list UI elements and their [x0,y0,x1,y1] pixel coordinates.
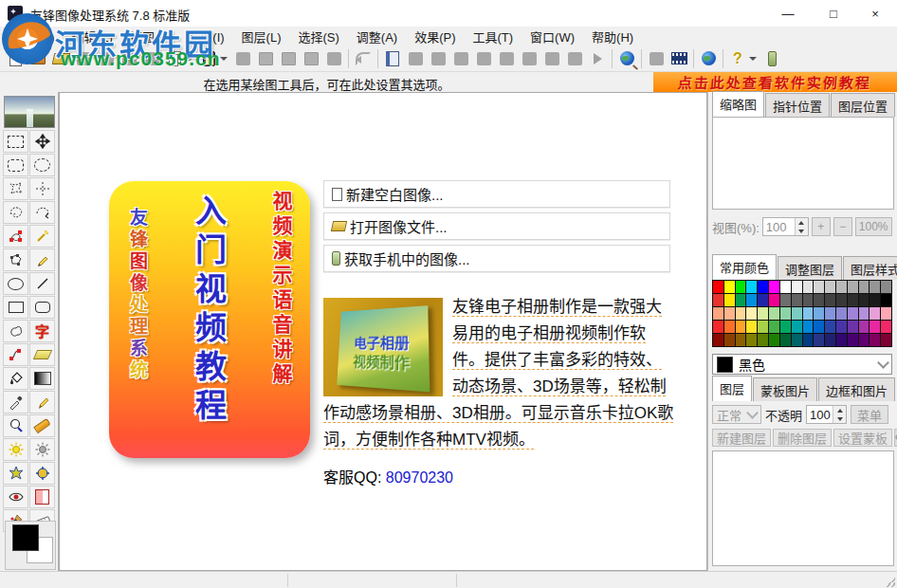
palette-swatch[interactable] [792,334,802,346]
tool-eyedropper[interactable] [3,391,28,413]
rename-button[interactable] [472,47,495,70]
foreground-color-swatch[interactable] [12,524,39,551]
palette-swatch[interactable] [870,281,880,293]
minimize-button[interactable]: — [766,0,810,27]
menu-effects[interactable]: 效果(P) [406,27,464,46]
tool-line[interactable] [29,272,55,295]
tool-rounded-rect-shape[interactable] [29,296,55,319]
selection-transform-button[interactable] [300,47,322,70]
tool-node-edit[interactable] [3,248,28,271]
tool-magnetic-lasso[interactable] [29,201,55,224]
palette-swatch[interactable] [859,307,870,320]
tab-layers[interactable]: 图层 [712,376,752,401]
undo-button[interactable] [352,47,375,70]
palette-swatch[interactable] [870,321,880,333]
set-mask-button[interactable]: 设置蒙板 [833,429,892,447]
menu-file[interactable]: 文件(F) [6,27,64,46]
copy-button[interactable] [163,47,186,70]
tool-lighten[interactable] [3,438,28,461]
palette-swatch[interactable] [792,294,802,306]
palette-swatch[interactable] [859,281,870,293]
tool-fill[interactable] [3,367,28,390]
palette-swatch[interactable] [814,307,824,320]
tool-eraser[interactable] [29,343,55,366]
palette-swatch[interactable] [724,334,735,346]
palette-swatch[interactable] [881,334,891,346]
tool-blur[interactable] [29,462,55,485]
palette-swatch[interactable] [736,334,746,346]
text-tool-button[interactable] [540,47,563,70]
palette-swatch[interactable] [859,321,870,333]
palette-swatch[interactable] [769,321,779,333]
menu-tools[interactable]: 工具(T) [465,27,522,46]
menu-window[interactable]: 窗口(W) [522,27,583,46]
palette-swatch[interactable] [792,281,802,293]
tool-curve[interactable] [3,343,28,366]
album-ad-block[interactable]: 电子相册 视频制作 友锋电子相册制作是一款强大易用的电子相册视频制作软件。提供了… [323,294,676,453]
palette-swatch[interactable] [769,307,779,320]
tab-thumbnail[interactable]: 缩略图 [712,91,764,117]
palette-swatch[interactable] [746,334,757,346]
palette-swatch[interactable] [713,321,723,333]
palette-swatch[interactable] [848,321,858,333]
palette-swatch[interactable] [780,294,791,306]
palette-swatch[interactable] [746,307,757,320]
copy-dropdown-arrow[interactable] [186,57,193,61]
effects-button[interactable] [518,47,540,70]
palette-swatch[interactable] [724,307,735,320]
palette-swatch[interactable] [746,294,757,306]
web-search-button[interactable] [615,47,638,70]
tab-pointer-position[interactable]: 指针位置 [765,93,830,117]
paste-dropdown-arrow[interactable] [220,57,228,61]
tool-rectangle-shape[interactable] [3,296,28,319]
palette-swatch[interactable] [848,307,858,320]
palette-swatch[interactable] [746,281,757,293]
frame-button[interactable] [563,47,586,70]
tool-lasso[interactable] [3,201,28,224]
tool-zoom[interactable] [3,414,28,437]
maximize-button[interactable]: □ [812,0,855,27]
palette-swatch[interactable] [769,294,779,306]
zoom-100-button[interactable]: 100% [855,217,892,236]
scan-button[interactable] [140,47,163,70]
zoom-out-button[interactable]: − [833,217,852,236]
tool-pencil[interactable] [29,391,55,413]
action-new-blank-image[interactable]: 新建空白图像... [323,180,670,208]
tool-frame[interactable] [29,486,55,508]
tool-rect-select[interactable] [3,130,28,153]
zoom-in-button[interactable]: + [812,217,831,236]
palette-swatch[interactable] [769,334,779,346]
help-dropdown-arrow[interactable] [749,57,757,61]
palette-swatch[interactable] [870,307,880,320]
palette-swatch[interactable] [803,334,814,346]
palette-swatch[interactable] [848,294,858,306]
tool-pen[interactable] [29,248,55,271]
tool-red-eye[interactable] [3,486,28,508]
phone-button[interactable] [760,47,783,70]
tool-polygon-select[interactable] [3,177,28,200]
palette-swatch[interactable] [814,321,824,333]
convert-button[interactable] [427,47,449,70]
palette-swatch[interactable] [836,334,847,346]
palette-swatch[interactable] [736,294,746,306]
save-button[interactable] [72,47,95,70]
open-button[interactable] [49,47,72,70]
palette-swatch[interactable] [814,294,824,306]
palette-swatch[interactable] [724,294,735,306]
blend-mode-dropdown[interactable]: 正常 [712,405,761,424]
tool-move[interactable] [29,130,55,153]
palette-swatch[interactable] [736,281,746,293]
opacity-spinbox[interactable]: 100 [806,405,847,424]
palette-swatch[interactable] [859,334,870,346]
stamp-button[interactable] [495,47,518,70]
palette-swatch[interactable] [836,281,847,293]
menu-adjust[interactable]: 调整(A) [348,27,406,46]
palette-swatch[interactable] [848,334,858,346]
opacity-spin-up[interactable] [833,406,846,414]
action-open-image-file[interactable]: 打开图像文件... [323,212,670,240]
resize-button[interactable] [449,47,472,70]
palette-swatch[interactable] [758,281,768,293]
tool-crayon[interactable] [29,414,55,437]
palette-swatch[interactable] [836,307,847,320]
tool-freeform-shape[interactable] [3,320,28,342]
